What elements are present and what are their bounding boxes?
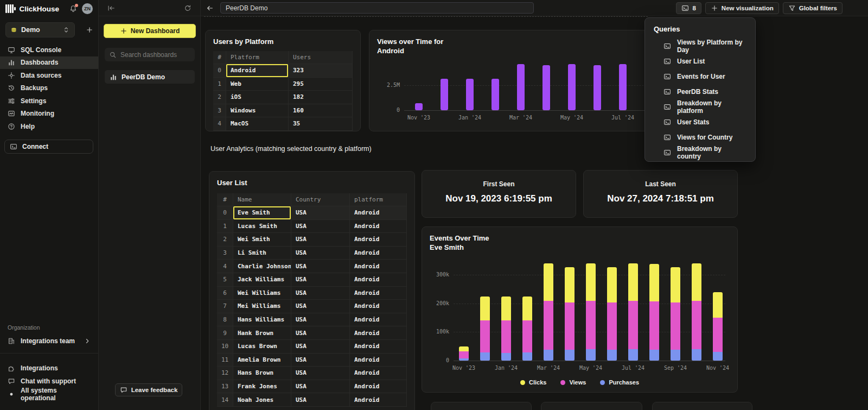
events-bar-segment-clicks[interactable] [459,346,469,351]
table-cell[interactable]: USA [291,220,350,234]
table-cell[interactable]: 0 [217,206,233,220]
back-button[interactable] [206,4,214,12]
events-bar-segment-purchases[interactable] [692,349,701,361]
table-row[interactable]: 1Web295 [213,78,353,91]
views-bar[interactable] [542,65,550,110]
table-cell[interactable]: 8 [217,313,233,327]
table-cell[interactable]: Android [350,380,407,394]
table-cell[interactable]: Frank Jones [233,380,291,394]
table-cell[interactable]: USA [291,393,350,407]
table-cell[interactable]: Hans Williams [233,313,291,327]
events-bar-segment-views[interactable] [628,301,638,349]
table-cell[interactable]: Hans Brown [233,367,291,380]
events-bar-segment-views[interactable] [565,302,575,350]
global-filters-button[interactable]: Global filters [783,2,843,14]
table-cell[interactable]: USA [291,380,350,394]
query-menu-item[interactable]: Breakdown by country [645,145,755,160]
new-visualization-button[interactable]: New visualization [705,2,779,14]
events-bar-segment-views[interactable] [671,302,680,350]
table-cell[interactable]: Android [226,64,289,78]
table-cell[interactable]: Android [350,354,407,367]
table-cell[interactable]: Noah Jones [233,393,291,407]
table-cell[interactable]: 6 [217,287,233,300]
events-bar-segment-clicks[interactable] [480,297,490,321]
add-workspace-button[interactable] [86,26,93,34]
table-cell[interactable]: Android [350,233,407,247]
table-row[interactable]: 0Android323 [213,64,353,78]
events-bar-segment-clicks[interactable] [628,263,638,300]
events-bar-segment-views[interactable] [586,301,596,349]
events-bar-segment-views[interactable] [713,318,723,352]
views-bar[interactable] [415,103,423,110]
table-cell[interactable]: 323 [289,64,353,78]
events-bar-segment-views[interactable] [544,301,553,350]
table-cell[interactable]: Lucas Brown [233,340,291,354]
table-cell[interactable]: 0 [213,64,226,78]
table-cell[interactable]: 9 [217,326,233,340]
table-cell[interactable]: Android [350,206,407,220]
leave-feedback-button[interactable]: Leave feedback [115,383,182,396]
queries-count-button[interactable]: 8 [676,2,701,14]
table-cell[interactable]: Eve Smith [233,206,291,220]
table-cell[interactable]: 12 [217,367,233,380]
table-cell[interactable]: 2 [213,91,226,104]
table-cell[interactable]: Mei Williams [233,300,291,313]
table-row[interactable]: 13Frank JonesUSAAndroid [217,380,407,394]
sidebar-item-dashboards[interactable]: Dashboards [0,56,98,70]
events-bar-segment-clicks[interactable] [565,267,575,302]
query-menu-item[interactable]: Views by Platform by Day [645,39,755,54]
table-cell[interactable]: iOS [226,91,289,104]
events-bar-segment-purchases[interactable] [586,349,596,361]
table-cell[interactable]: Android [350,367,407,380]
sidebar-item-help[interactable]: Help [0,120,98,133]
table-cell[interactable]: Android [350,340,407,354]
table-cell[interactable]: MacOS [226,117,289,131]
table-cell[interactable]: 295 [289,78,353,91]
table-row[interactable]: 3Li SmithUSAAndroid [217,247,407,260]
table-cell[interactable]: Lucas Smith [233,220,291,234]
table-cell[interactable]: USA [291,287,350,300]
table-row[interactable]: 7Mei WilliamsUSAAndroid [217,300,407,313]
table-row[interactable]: 6Wei WilliamsUSAAndroid [217,287,407,300]
table-row[interactable]: 5Jack WilliamsUSAAndroid [217,273,407,287]
refresh-button[interactable] [184,4,192,12]
dashboard-list-item[interactable]: PeerDB Demo [105,70,195,84]
table-cell[interactable]: 7 [217,300,233,313]
sidebar-footer-item-chat-with-support[interactable]: Chat with support [0,375,98,388]
table-cell[interactable]: Android [350,313,407,327]
table-cell[interactable]: Amelia Brown [233,354,291,367]
table-cell[interactable]: 4 [217,260,233,273]
events-bar-segment-clicks[interactable] [522,297,532,321]
table-cell[interactable]: 13 [217,380,233,394]
table-cell[interactable]: 14 [217,393,233,407]
views-bar[interactable] [619,64,627,110]
notifications-button[interactable] [69,5,77,12]
table-cell[interactable]: USA [291,354,350,367]
table-cell[interactable]: Android [350,393,407,407]
query-menu-item[interactable]: Events for User [645,69,755,84]
table-row[interactable]: 4MacOS35 [213,117,353,131]
table-cell[interactable]: 3 [213,104,226,118]
dashboard-title-input[interactable] [220,2,534,14]
sidebar-item-data-sources[interactable]: Data sources [0,69,98,82]
views-bar[interactable] [568,64,576,110]
connect-button[interactable]: Connect [4,140,93,154]
table-cell[interactable]: Wei Smith [233,233,291,247]
events-bar-segment-clicks[interactable] [607,267,617,302]
table-cell[interactable]: USA [291,260,350,273]
table-cell[interactable]: Android [350,326,407,340]
table-cell[interactable]: Charlie Johnson [233,260,291,273]
events-bar-segment-views[interactable] [649,301,659,350]
sidebar-item-settings[interactable]: Settings [0,94,98,108]
events-bar-segment-clicks[interactable] [501,297,511,321]
table-cell[interactable]: 5 [217,273,233,287]
table-cell[interactable]: USA [291,233,350,247]
table-cell[interactable]: 3 [217,247,233,260]
table-row[interactable]: 14Noah JonesUSAAndroid [217,393,407,407]
views-bar[interactable] [492,79,499,110]
collapse-panel-button[interactable] [107,4,115,12]
events-bar-segment-purchases[interactable] [480,352,490,361]
table-cell[interactable]: 160 [289,104,353,118]
views-bar[interactable] [517,64,525,110]
workspace-selector[interactable]: Demo [5,22,75,37]
